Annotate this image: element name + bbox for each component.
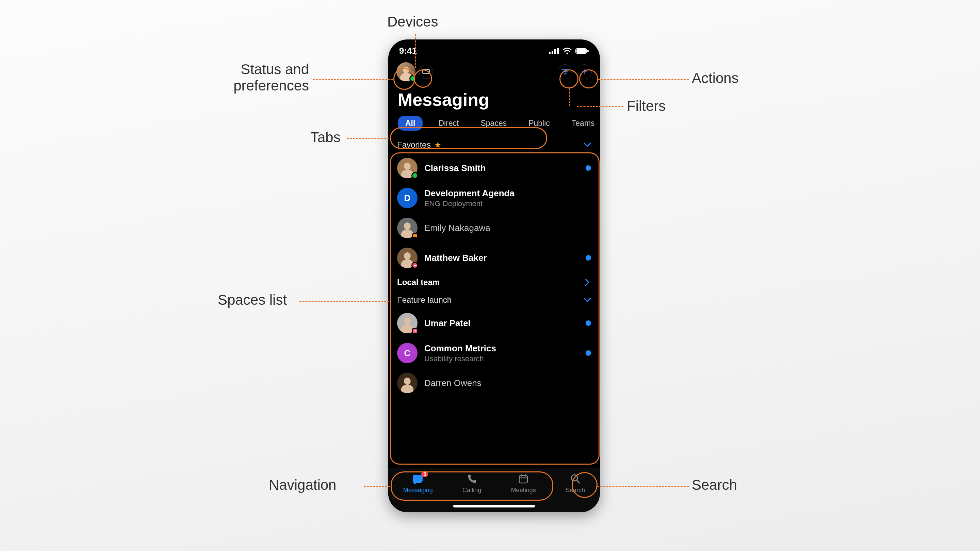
list-item[interactable]: D Development Agenda ENG Deployment [395,183,594,213]
svg-rect-3 [557,48,559,54]
list-item[interactable]: Clarissa Smith [395,153,594,183]
status-icons [549,48,589,54]
avatar-self[interactable] [396,62,415,81]
phone-mock: 9:41 + [388,40,600,512]
svg-line-18 [577,480,579,483]
tab-spaces[interactable]: Spaces [474,117,513,130]
avatar: C [397,343,417,363]
nav-search[interactable]: Search [566,473,585,494]
tab-public[interactable]: Public [522,117,556,130]
tab-direct[interactable]: Direct [432,117,465,130]
item-name: Emily Nakagawa [424,223,579,233]
nav-badge: 5 [421,471,428,477]
unread-dot-icon [585,165,591,171]
item-name: Clarissa Smith [424,163,579,173]
svg-rect-9 [425,73,427,74]
star-icon: ★ [434,140,442,150]
bottom-nav: 5 Messaging Calling Meetings Search [388,468,600,512]
section-label: Local team [397,278,440,287]
wifi-icon [563,48,572,54]
nav-label: Messaging [403,487,433,494]
annotation-line [569,89,570,106]
add-button[interactable]: + [577,64,592,79]
annotation-line [299,301,389,302]
section-feature-launch[interactable]: Feature launch [395,291,594,308]
item-name: Darren Owens [424,378,579,388]
svg-rect-1 [552,51,553,54]
annotation-line [347,138,388,139]
search-icon [570,474,581,484]
annotation-search: Search [692,477,737,493]
svg-point-4 [566,52,568,54]
home-indicator [453,505,535,508]
chevron-right-icon [585,279,590,286]
avatar [397,218,417,238]
page-title: Messaging [396,89,592,110]
cell-signal-icon [549,48,559,54]
devices-button[interactable] [419,65,433,79]
annotation-line [577,106,624,107]
tab-all[interactable]: All [398,116,423,130]
status-bar: 9:41 [388,40,600,57]
tab-teams[interactable]: Teams [566,117,600,130]
filter-icon [561,68,569,75]
plus-icon: + [581,67,587,77]
nav-label: Calling [463,487,481,494]
annotation-filters: Filters [627,98,666,114]
unread-dot-icon [585,255,591,260]
list-item[interactable]: C Common Metrics Usability research [395,338,594,368]
nav-calling[interactable]: Calling [463,473,481,494]
avatar [397,373,417,393]
nav-label: Meetings [511,487,536,494]
avatar [397,248,417,268]
annotation-line [598,79,689,80]
svg-rect-8 [423,69,430,73]
calendar-icon [518,474,528,484]
annotation-line [313,79,393,80]
annotation-navigation: Navigation [269,477,336,493]
section-local-team[interactable]: Local team [395,273,594,291]
unread-dot-icon [585,350,591,356]
svg-rect-0 [549,52,550,54]
spaces-list[interactable]: Favorites ★ Clarissa Smith D Development… [388,135,600,398]
avatar [397,313,417,333]
section-favorites[interactable]: Favorites ★ [395,135,594,153]
status-time: 9:41 [399,46,417,56]
phone-icon [467,474,477,484]
avatar [397,158,417,178]
item-name: Umar Patel [424,318,579,329]
section-label: Favorites [397,140,431,150]
svg-rect-2 [554,49,556,54]
svg-rect-7 [587,50,589,52]
annotation-line [415,34,416,68]
list-item[interactable]: Umar Patel [395,308,594,338]
item-subtitle: ENG Deployment [424,199,579,208]
header: + Messaging All Direct Spaces Public Tea… [388,57,600,135]
annotation-tabs: Tabs [310,129,340,146]
item-subtitle: Usability research [424,354,579,363]
list-item[interactable]: Darren Owens [395,368,594,398]
annotation-line [364,486,390,487]
nav-meetings[interactable]: Meetings [511,473,536,494]
chevron-down-icon [584,143,591,147]
presence-in-meeting-icon [412,233,418,238]
presence-available-icon [409,75,416,82]
tabs: All Direct Spaces Public Teams [396,110,592,135]
list-item[interactable]: Matthew Baker [395,243,594,273]
filters-button[interactable] [558,64,573,79]
unread-dot-icon [585,321,591,326]
presence-busy-icon [412,328,418,334]
section-label: Feature launch [397,295,452,305]
presence-dnd-icon [411,262,418,269]
list-item[interactable]: Emily Nakagawa [395,213,594,243]
nav-messaging[interactable]: 5 Messaging [403,473,433,494]
presence-available-icon [411,172,418,179]
annotation-actions: Actions [692,70,739,86]
annotation-status-prefs: Status and preferences [207,61,309,94]
svg-rect-6 [576,49,586,53]
avatar: D [397,188,417,208]
annotation-line [597,486,689,487]
item-name: Common Metrics [424,343,579,354]
battery-icon [576,48,589,54]
annotation-spaces: Spaces list [218,292,287,308]
